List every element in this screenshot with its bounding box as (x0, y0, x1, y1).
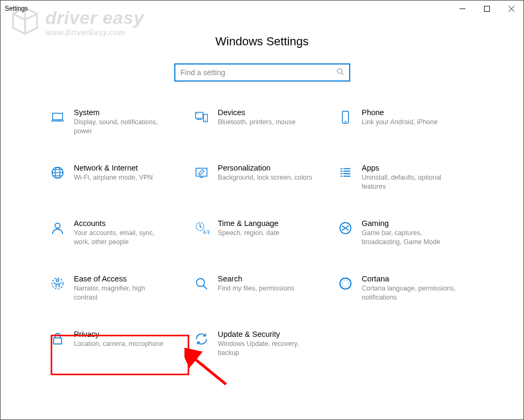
item-desc: Speech, region, date (218, 229, 279, 238)
phone-icon (336, 108, 354, 126)
item-search[interactable]: SearchFind my files, permissions (190, 271, 334, 309)
item-update[interactable]: Update & SecurityWindows Update, recover… (190, 327, 334, 364)
item-title: Cortana (362, 274, 458, 283)
search-icon (336, 68, 344, 77)
item-desc: Cortana language, permissions, notificat… (362, 284, 458, 302)
item-title: Personalization (218, 164, 312, 172)
item-desc: Narrator, magnifier, high contrast (74, 284, 170, 302)
item-title: Accounts (74, 219, 170, 228)
item-accounts[interactable]: AccountsYour accounts, email, sync, work… (46, 216, 190, 253)
cortana-icon (336, 274, 354, 293)
minimize-button[interactable] (450, 1, 474, 17)
search-box[interactable] (174, 63, 350, 82)
person-icon (49, 219, 67, 237)
item-desc: Find my files, permissions (218, 284, 295, 293)
item-desc: Bluetooth, printers, mouse (218, 118, 296, 127)
personalization-icon (192, 164, 211, 182)
item-phone[interactable]: PhoneLink your Android, iPhone (334, 105, 478, 142)
close-button[interactable] (499, 1, 523, 17)
item-title: Privacy (74, 330, 164, 338)
item-cortana[interactable]: CortanaCortana language, permissions, no… (334, 271, 478, 309)
search-input[interactable] (181, 68, 336, 77)
item-time[interactable]: Time & LanguageSpeech, region, date (190, 216, 334, 253)
item-gaming[interactable]: GamingGame bar, captures, broadcasting, … (334, 216, 478, 253)
item-desc: Uninstall, defaults, optional features (362, 173, 458, 191)
item-desc: Your accounts, email, sync, work, other … (74, 229, 170, 247)
gaming-icon (336, 219, 354, 237)
laptop-icon (49, 108, 67, 126)
svg-rect-1 (484, 6, 489, 11)
search-icon (192, 274, 211, 293)
item-ease[interactable]: Ease of AccessNarrator, magnifier, high … (46, 271, 190, 309)
item-title: Time & Language (218, 219, 279, 228)
item-network[interactable]: Network & InternetWi-Fi, airplane mode, … (46, 160, 190, 198)
item-title: Apps (362, 164, 458, 172)
maximize-button[interactable] (474, 1, 499, 17)
item-apps[interactable]: AppsUninstall, defaults, optional featur… (334, 160, 478, 198)
item-desc: Link your Android, iPhone (362, 118, 438, 127)
ease-of-access-icon (49, 274, 67, 293)
maximize-icon (484, 6, 490, 12)
item-privacy[interactable]: PrivacyLocation, camera, microphone (46, 327, 190, 364)
titlebar: Settings (1, 1, 523, 17)
minimize-icon (459, 6, 465, 12)
item-system[interactable]: SystemDisplay, sound, notifications, pow… (46, 105, 190, 142)
item-title: Phone (362, 108, 438, 117)
item-title: System (74, 108, 170, 117)
item-title: Network & Internet (74, 164, 153, 172)
item-devices[interactable]: DevicesBluetooth, printers, mouse (190, 105, 334, 142)
update-icon (192, 330, 211, 348)
close-icon (509, 6, 514, 12)
item-desc: Display, sound, notifications, power (74, 118, 170, 136)
devices-icon (192, 108, 211, 126)
apps-icon (336, 164, 354, 182)
item-desc: Background, lock screen, colors (218, 173, 312, 182)
globe-icon (49, 164, 67, 182)
item-title: Devices (218, 108, 296, 117)
item-personalization[interactable]: PersonalizationBackground, lock screen, … (190, 160, 334, 198)
item-title: Gaming (362, 219, 458, 228)
item-title: Search (218, 274, 295, 283)
lock-icon (49, 330, 67, 348)
item-desc: Game bar, captures, broadcasting, Game M… (362, 229, 458, 247)
item-desc: Wi-Fi, airplane mode, VPN (74, 173, 153, 182)
window-title: Settings (5, 5, 28, 12)
page-title: Windows Settings (1, 35, 523, 49)
item-title: Update & Security (218, 330, 314, 338)
item-desc: Location, camera, microphone (74, 340, 164, 349)
svg-point-4 (337, 69, 342, 74)
settings-grid: SystemDisplay, sound, notifications, pow… (1, 105, 523, 364)
item-desc: Windows Update, recovery, backup (218, 340, 314, 358)
item-title: Ease of Access (74, 274, 170, 283)
svg-line-5 (341, 73, 343, 75)
time-language-icon (192, 219, 211, 237)
